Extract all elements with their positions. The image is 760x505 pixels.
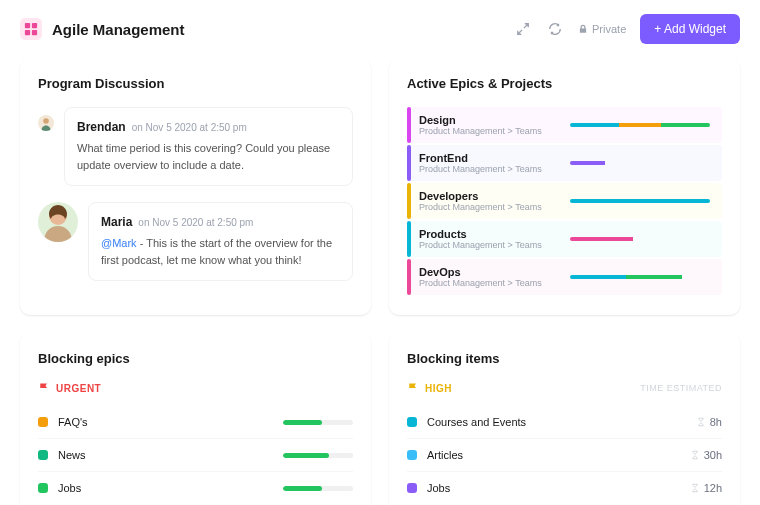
page-title: Agile Management: [52, 21, 504, 38]
epic-name: Design: [419, 114, 560, 126]
svg-rect-3: [32, 30, 37, 35]
priority-tag: URGENT: [38, 382, 353, 394]
list-item[interactable]: FAQ's: [38, 406, 353, 439]
blocking-items-title: Blocking items: [407, 351, 722, 366]
epic-info: ProductsProduct Management > Teams: [407, 228, 560, 250]
item-name: Courses and Events: [427, 416, 686, 428]
list-item[interactable]: Jobs12h: [407, 472, 722, 504]
column-header: TIME ESTIMATED: [640, 383, 722, 393]
list-item[interactable]: News: [38, 439, 353, 472]
comment-author: Brendan: [77, 120, 126, 134]
flag-icon: [407, 382, 419, 394]
lock-icon: [578, 24, 588, 34]
item-name: Articles: [427, 449, 680, 461]
epic-info: DevelopersProduct Management > Teams: [407, 190, 560, 212]
status-dot: [407, 417, 417, 427]
status-dot: [38, 483, 48, 493]
hourglass-icon: [690, 483, 700, 493]
header-actions: Private + Add Widget: [514, 14, 740, 44]
comment-row: Maria on Nov 5 2020 at 2:50 pm @Mark - T…: [38, 202, 353, 281]
list-item[interactable]: Courses and Events8h: [407, 406, 722, 439]
flag-icon: [38, 382, 50, 394]
epic-breadcrumb: Product Management > Teams: [419, 240, 560, 250]
item-name: Jobs: [58, 482, 273, 494]
epic-progress-bar: [570, 237, 710, 241]
epic-row[interactable]: FrontEndProduct Management > Teams: [407, 145, 722, 181]
blocking-items-card: Blocking items HIGH TIME ESTIMATED Cours…: [389, 333, 740, 505]
comment-body[interactable]: Maria on Nov 5 2020 at 2:50 pm @Mark - T…: [88, 202, 353, 281]
epic-breadcrumb: Product Management > Teams: [419, 126, 560, 136]
page-header: Agile Management Private + Add Widget: [0, 0, 760, 58]
epic-progress-bar: [570, 275, 710, 279]
time-estimate: 12h: [690, 482, 722, 494]
avatar: [38, 115, 54, 131]
time-estimate: 30h: [690, 449, 722, 461]
epics-card: Active Epics & Projects DesignProduct Ma…: [389, 58, 740, 315]
svg-point-4: [43, 118, 49, 124]
epic-row[interactable]: DevelopersProduct Management > Teams: [407, 183, 722, 219]
epic-breadcrumb: Product Management > Teams: [419, 164, 560, 174]
time-estimate: 8h: [696, 416, 722, 428]
list-item[interactable]: Articles30h: [407, 439, 722, 472]
add-widget-button[interactable]: + Add Widget: [640, 14, 740, 44]
svg-rect-2: [25, 30, 30, 35]
epic-breadcrumb: Product Management > Teams: [419, 202, 560, 212]
svg-rect-1: [32, 23, 37, 28]
epic-info: DevOpsProduct Management > Teams: [407, 266, 560, 288]
list-item[interactable]: Jobs: [38, 472, 353, 504]
privacy-indicator: Private: [578, 23, 626, 35]
expand-icon[interactable]: [514, 20, 532, 38]
status-dot: [38, 417, 48, 427]
epic-name: DevOps: [419, 266, 560, 278]
epic-name: Products: [419, 228, 560, 240]
epic-progress-bar: [570, 161, 710, 165]
comment-text: @Mark - This is the start of the overvie…: [101, 235, 340, 268]
comment-timestamp: on Nov 5 2020 at 2:50 pm: [138, 217, 253, 228]
comment-timestamp: on Nov 5 2020 at 2:50 pm: [132, 122, 247, 133]
privacy-label: Private: [592, 23, 626, 35]
epics-title: Active Epics & Projects: [407, 76, 722, 91]
avatar: [38, 202, 78, 242]
refresh-icon[interactable]: [546, 20, 564, 38]
progress-bar: [283, 486, 353, 491]
epic-row[interactable]: DevOpsProduct Management > Teams: [407, 259, 722, 295]
hourglass-icon: [690, 450, 700, 460]
epic-progress-bar: [570, 199, 710, 203]
epic-row[interactable]: DesignProduct Management > Teams: [407, 107, 722, 143]
epic-name: FrontEnd: [419, 152, 560, 164]
svg-rect-0: [25, 23, 30, 28]
progress-bar: [283, 420, 353, 425]
comment-row: Brendan on Nov 5 2020 at 2:50 pm What ti…: [38, 107, 353, 186]
item-name: News: [58, 449, 273, 461]
item-name: FAQ's: [58, 416, 273, 428]
status-dot: [407, 450, 417, 460]
app-logo: [20, 18, 42, 40]
epic-progress-bar: [570, 123, 710, 127]
status-dot: [407, 483, 417, 493]
comment-body[interactable]: Brendan on Nov 5 2020 at 2:50 pm What ti…: [64, 107, 353, 186]
discussion-title: Program Discussion: [38, 76, 353, 91]
comment-text: What time period is this covering? Could…: [77, 140, 340, 173]
status-dot: [38, 450, 48, 460]
epic-info: FrontEndProduct Management > Teams: [407, 152, 560, 174]
blocking-epics-title: Blocking epics: [38, 351, 353, 366]
epic-breadcrumb: Product Management > Teams: [419, 278, 560, 288]
priority-tag: HIGH TIME ESTIMATED: [407, 382, 722, 394]
epic-name: Developers: [419, 190, 560, 202]
item-name: Jobs: [427, 482, 680, 494]
priority-label: URGENT: [56, 383, 101, 394]
priority-label: HIGH: [425, 383, 452, 394]
comment-author: Maria: [101, 215, 132, 229]
epic-row[interactable]: ProductsProduct Management > Teams: [407, 221, 722, 257]
epic-info: DesignProduct Management > Teams: [407, 114, 560, 136]
discussion-card: Program Discussion Brendan on Nov 5 2020…: [20, 58, 371, 315]
progress-bar: [283, 453, 353, 458]
mention[interactable]: @Mark: [101, 237, 137, 249]
blocking-epics-card: Blocking epics URGENT FAQ'sNewsJobs: [20, 333, 371, 505]
hourglass-icon: [696, 417, 706, 427]
